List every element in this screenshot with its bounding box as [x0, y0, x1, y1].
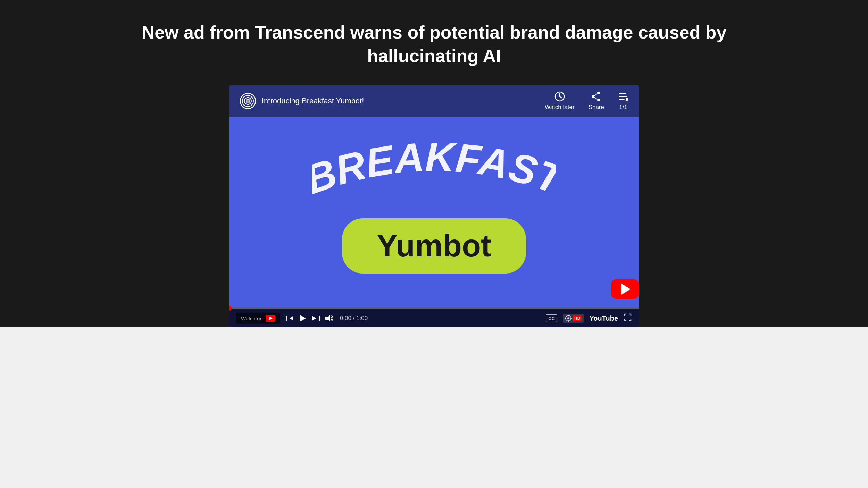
svg-marker-24 [312, 316, 316, 321]
page-title: New ad from Transcend warns of potential… [52, 0, 816, 85]
controls-row: Watch on [229, 309, 639, 327]
watch-on-youtube[interactable]: Watch on [236, 313, 280, 324]
volume-button[interactable] [325, 314, 334, 322]
svg-rect-16 [619, 93, 626, 94]
video-top-right: Watch later Share 1 [545, 91, 628, 111]
video-channel-title: Introducing Breakfast Yumbot! [262, 96, 364, 106]
video-bottom-bar: Watch on [229, 307, 639, 327]
skip-forward-button[interactable] [312, 314, 320, 322]
fullscreen-button[interactable] [624, 313, 632, 323]
svg-line-10 [560, 96, 562, 98]
svg-rect-22 [286, 316, 287, 321]
play-pause-button[interactable] [299, 314, 307, 322]
youtube-logo-small [266, 315, 275, 322]
breakfast-text-graphic: BREAKFAST [312, 140, 556, 199]
channel-logo-icon[interactable] [240, 93, 256, 109]
youtube-wordmark: YouTube [589, 314, 618, 322]
controls-left: Watch on [236, 313, 368, 324]
cc-button[interactable]: CC [546, 314, 557, 322]
time-display: 0:00 / 1:00 [340, 315, 368, 322]
video-content-area: BREAKFAST Yumbot [229, 85, 639, 307]
play-button-overlay[interactable] [611, 279, 639, 299]
svg-point-12 [597, 99, 600, 101]
progress-bar[interactable] [229, 307, 639, 309]
svg-line-15 [594, 97, 597, 99]
svg-rect-25 [319, 316, 320, 321]
counter-label: 1/1 [619, 104, 627, 111]
youtube-icon [266, 315, 275, 322]
video-top-left: Introducing Breakfast Yumbot! [240, 93, 364, 109]
settings-hd-button[interactable]: HD [563, 314, 584, 323]
svg-point-13 [592, 95, 594, 98]
watch-later-button[interactable]: Watch later [545, 91, 574, 111]
video-embed: Introducing Breakfast Yumbot! Watch late… [229, 85, 639, 327]
content-area [0, 327, 868, 488]
watch-later-label: Watch later [545, 104, 574, 111]
svg-rect-19 [626, 98, 628, 101]
play-icon[interactable] [611, 279, 639, 299]
svg-point-11 [597, 92, 600, 94]
svg-rect-17 [619, 96, 627, 97]
watch-on-label: Watch on [241, 315, 263, 321]
svg-marker-23 [300, 315, 306, 321]
share-label: Share [589, 104, 604, 111]
svg-marker-26 [325, 315, 330, 321]
svg-point-28 [567, 317, 569, 319]
svg-line-14 [594, 94, 597, 96]
counter-display: 1/1 [618, 91, 628, 111]
video-top-bar: Introducing Breakfast Yumbot! Watch late… [229, 85, 639, 117]
svg-text:BREAKFAST: BREAKFAST [312, 140, 556, 199]
svg-rect-18 [619, 99, 625, 100]
hd-badge: HD [573, 315, 582, 321]
svg-marker-21 [290, 316, 293, 321]
controls-right: CC HD YouTube [546, 313, 632, 323]
yumbot-label: Yumbot [342, 218, 526, 274]
share-button[interactable]: Share [589, 91, 604, 111]
skip-back-button[interactable] [286, 314, 293, 322]
